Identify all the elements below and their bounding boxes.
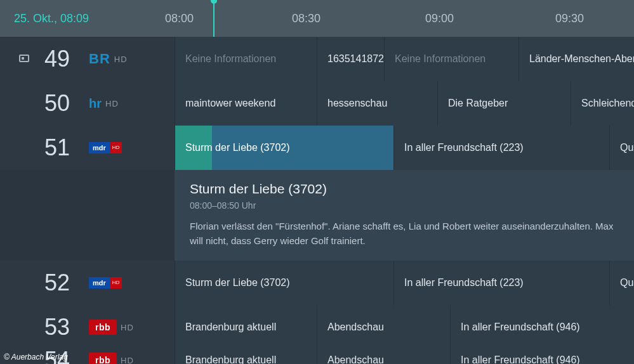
program-cell[interactable]: Brandenburg aktuell — [175, 349, 317, 364]
detail-title: Sturm der Liebe (3702) — [190, 181, 619, 197]
rbb-logo-icon: rbb — [89, 320, 117, 335]
program-track: maintower weekendhessenschauDie Ratgeber… — [175, 81, 634, 126]
channel-info[interactable]: 51mdrHD — [0, 126, 175, 170]
channel-logo: mdrHD — [89, 142, 175, 153]
program-track: Keine Informationen1635141872…Keine Info… — [175, 37, 634, 81]
program-cell[interactable]: In aller Freundschaft (946) — [450, 305, 634, 349]
channel-number: 51 — [32, 134, 89, 161]
channel-logo: mdrHD — [89, 277, 175, 289]
program-cell[interactable]: Sturm der Liebe (3702) — [175, 126, 393, 170]
program-cell[interactable]: In aller Freundschaft (946) — [450, 349, 634, 364]
program-cell[interactable]: Sturm der Liebe (3702) — [175, 261, 393, 305]
hd-badge: HD — [105, 99, 119, 108]
channel-logo: rbbHD — [89, 353, 175, 364]
tv-icon — [0, 54, 32, 64]
channel-number: 49 — [32, 46, 89, 72]
channel-info[interactable]: 52mdrHD — [0, 261, 175, 305]
hd-badge: HD — [114, 55, 128, 64]
program-cell[interactable]: Die Ratgeber — [437, 81, 571, 126]
program-cell[interactable]: maintower weekend — [175, 81, 317, 126]
hd-badge: HD — [121, 356, 134, 365]
channel-info[interactable]: 50hrHD — [0, 81, 175, 126]
time-tick-0: 08:00 — [165, 12, 194, 25]
detail-time: 08:00–08:50 Uhr — [190, 200, 619, 211]
program-cell[interactable]: Keine Informationen — [175, 37, 317, 81]
channel-row[interactable]: 49BRHDKeine Informationen1635141872…Kein… — [0, 37, 634, 81]
program-cell[interactable]: Länder-Menschen-Abenteuer — [518, 37, 634, 81]
channel-info[interactable]: 49BRHD — [0, 37, 175, 81]
program-cell[interactable]: Abendschau — [317, 349, 450, 364]
channel-number: 50 — [32, 90, 89, 117]
channel-row[interactable]: 52mdrHDSturm der Liebe (3702)In aller Fr… — [0, 261, 634, 305]
epg-header: 25. Okt., 08:09 08:00 08:30 09:00 09:30 — [0, 0, 634, 37]
program-cell[interactable]: Keine Informationen — [384, 37, 518, 81]
program-cell[interactable]: Schleichendes — [571, 81, 634, 126]
channel-number: 53 — [32, 314, 89, 341]
time-tick-3: 09:30 — [555, 12, 584, 25]
program-cell[interactable]: Qu — [609, 126, 634, 170]
channel-logo: hrHD — [89, 96, 175, 111]
channel-row[interactable]: 50hrHDmaintower weekendhessenschauDie Ra… — [0, 81, 634, 126]
channel-number: 52 — [32, 270, 89, 296]
program-track: Brandenburg aktuellAbendschauIn aller Fr… — [175, 349, 634, 364]
time-tick-1: 08:30 — [292, 12, 320, 25]
hd-badge: HD — [121, 323, 134, 332]
channel-row[interactable]: 51mdrHDSturm der Liebe (3702)In aller Fr… — [0, 126, 634, 170]
program-cell[interactable]: Abendschau — [317, 305, 450, 349]
current-datetime: 25. Okt., 08:09 — [0, 12, 175, 25]
time-tick-2: 09:00 — [425, 12, 454, 25]
mdr-logo-icon: mdrHD — [89, 142, 122, 153]
program-track: Brandenburg aktuellAbendschauIn aller Fr… — [175, 305, 634, 349]
hr-logo-icon: hr — [89, 96, 102, 111]
program-cell[interactable]: In aller Freundschaft (223) — [393, 261, 609, 305]
detail-description: Florian verlässt den "Fürstenhof". Arian… — [190, 219, 619, 248]
epg-grid[interactable]: 49BRHDKeine Informationen1635141872…Kein… — [0, 37, 634, 364]
channel-logo: BRHD — [89, 51, 175, 67]
rbb-logo-icon: rbb — [89, 353, 117, 364]
channel-logo: rbbHD — [89, 320, 175, 335]
program-detail-panel: Sturm der Liebe (3702)08:00–08:50 UhrFlo… — [175, 170, 634, 261]
program-cell[interactable]: Qu — [609, 261, 634, 305]
channel-row[interactable]: 54rbbHDBrandenburg aktuellAbendschauIn a… — [0, 349, 634, 364]
br-logo-icon: BR — [89, 51, 110, 67]
mdr-logo-icon: mdrHD — [89, 277, 122, 289]
program-cell[interactable]: 1635141872… — [317, 37, 384, 81]
program-track: Sturm der Liebe (3702)In aller Freundsch… — [175, 261, 634, 305]
program-cell[interactable]: Brandenburg aktuell — [175, 305, 317, 349]
program-track: Sturm der Liebe (3702)In aller Freundsch… — [175, 126, 634, 170]
now-indicator — [213, 0, 215, 37]
program-cell[interactable]: hessenschau — [317, 81, 437, 126]
channel-row[interactable]: 53rbbHDBrandenburg aktuellAbendschauIn a… — [0, 305, 634, 349]
program-cell[interactable]: In aller Freundschaft (223) — [393, 126, 609, 170]
copyright-label: © Auerbach Verlag — [4, 353, 68, 361]
channel-info[interactable]: 53rbbHD — [0, 305, 175, 349]
